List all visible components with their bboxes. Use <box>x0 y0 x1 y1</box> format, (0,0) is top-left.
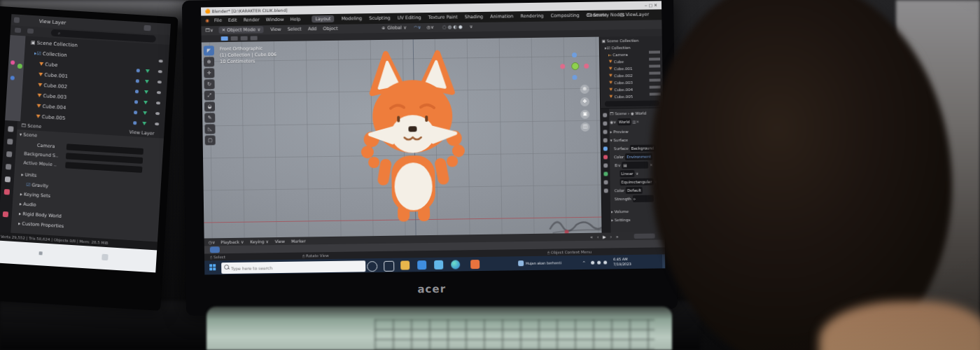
eye-icon[interactable] <box>156 102 160 104</box>
colorspace-value[interactable]: Default <box>626 187 643 194</box>
constraints-tab-icon[interactable] <box>604 188 608 192</box>
frame-field[interactable] <box>634 234 655 239</box>
outliner-item-cube004[interactable]: Cube.004 <box>609 86 633 93</box>
start-button[interactable] <box>209 264 216 271</box>
mesh-data-icon[interactable] <box>142 122 146 125</box>
eye-icon[interactable] <box>155 112 160 115</box>
pan-view-icon[interactable]: ✥ <box>580 97 589 106</box>
show-desktop-button[interactable] <box>662 254 665 268</box>
scene-selector[interactable]: 🗔 Scene <box>587 10 608 20</box>
section-gravity[interactable]: ☑ Gravity <box>26 181 48 190</box>
tab-shading[interactable]: Shading <box>465 14 484 20</box>
outliner-item-cube002[interactable]: Cube.002 <box>608 72 632 79</box>
camera-view-icon[interactable]: ▣ <box>580 110 589 119</box>
tab-texture-paint[interactable]: Texture Paint <box>428 14 458 20</box>
scene-panel-header[interactable]: ▾ Scene <box>20 130 38 140</box>
eye-icon[interactable] <box>158 70 162 73</box>
world-tab-icon[interactable] <box>603 146 608 150</box>
timeline-playback-menu[interactable]: Playback ∨ <box>220 239 244 244</box>
tab-compositing[interactable]: Compositing <box>551 13 580 19</box>
blender-logo-icon[interactable]: ◉ <box>205 18 209 23</box>
timeline-view-menu[interactable]: View <box>275 239 285 244</box>
section-units[interactable]: ▸ Units <box>21 170 37 179</box>
active-movie-field[interactable] <box>65 162 142 173</box>
section-keying-sets[interactable]: ▸ Keying Sets <box>20 190 50 200</box>
gizmo-y-dot[interactable] <box>571 62 579 70</box>
store-icon[interactable] <box>417 260 426 270</box>
modifier-wrench-icon[interactable] <box>134 100 138 104</box>
mesh-data-icon[interactable] <box>143 111 147 115</box>
mode-dropdown[interactable]: ✕ Object Mode ∨ <box>219 26 263 34</box>
tab-uv-editing[interactable]: UV Editing <box>398 15 421 20</box>
shading-mode-toggles[interactable]: ◌◍◐● <box>442 24 464 29</box>
taskbar-search-input[interactable] <box>221 260 365 274</box>
taskbar-icon[interactable] <box>38 251 42 255</box>
viewlayer-tab-icon[interactable] <box>603 138 608 142</box>
new-collection-icon[interactable] <box>27 29 34 34</box>
tool-tab-icon[interactable] <box>603 113 607 117</box>
menu-select[interactable]: Select <box>288 27 302 32</box>
collection-filter-icon[interactable] <box>15 27 21 33</box>
tool-option-icon[interactable] <box>221 36 228 41</box>
tray-caret[interactable]: ^ <box>582 260 585 274</box>
gizmo-x-dot[interactable] <box>10 60 15 64</box>
menu-file[interactable]: File <box>214 18 222 23</box>
zoom-view-icon[interactable]: ⊕ <box>580 85 589 94</box>
viewlayer-tab-icon[interactable] <box>6 164 11 169</box>
visibility-toggle-column[interactable] <box>649 50 661 99</box>
mesh-data-icon[interactable] <box>146 69 150 73</box>
modifier-wrench-icon[interactable] <box>134 111 137 114</box>
eye-icon[interactable] <box>157 91 161 94</box>
timeline-marker-menu[interactable]: Marker <box>291 238 306 243</box>
menu-window[interactable]: Window <box>266 17 284 22</box>
menu-add[interactable]: Add <box>308 26 317 31</box>
outliner-item-cube003[interactable]: Cube.003 <box>609 79 633 86</box>
section-custom-props[interactable]: ▸ Custom Properties <box>18 219 64 230</box>
eye-icon[interactable] <box>155 122 159 125</box>
gizmo-z-dot[interactable] <box>10 76 15 80</box>
tool-cursor[interactable]: ⊕ <box>204 57 214 66</box>
tool-move[interactable]: ✛ <box>204 68 214 78</box>
modifier-wrench-icon[interactable] <box>136 79 139 83</box>
material-tab-icon[interactable] <box>603 155 608 159</box>
texture-tab-icon[interactable] <box>3 211 8 217</box>
gizmo-x-dot[interactable] <box>584 64 589 69</box>
output-tab-icon[interactable] <box>6 151 12 157</box>
tray-volume-icon[interactable] <box>597 261 601 265</box>
mesh-data-icon[interactable] <box>144 101 148 104</box>
snap-magnet-icon[interactable]: ◠∨ <box>414 24 421 30</box>
tool-option-icon[interactable] <box>251 36 258 40</box>
tool-option-icon[interactable] <box>231 36 238 41</box>
tab-sculpting[interactable]: Sculpting <box>369 15 390 21</box>
editor-type-icon[interactable] <box>14 17 20 22</box>
breadcrumb-viewlayer[interactable]: View Layer <box>129 128 154 138</box>
outliner-item-cube005[interactable]: Cube.005 <box>609 93 633 100</box>
tray-network-icon[interactable] <box>591 261 594 265</box>
menu-view[interactable]: View <box>270 27 281 32</box>
tool-rotate[interactable]: ↻ <box>204 79 214 89</box>
modifier-tab-icon[interactable] <box>603 172 608 176</box>
collection-row[interactable]: ▸☑ Collection <box>605 44 631 52</box>
eye-icon[interactable] <box>158 80 162 83</box>
modifier-wrench-icon[interactable] <box>135 90 139 93</box>
menu-render[interactable]: Render <box>244 17 260 22</box>
breadcrumb-scene[interactable]: Scene <box>27 123 41 130</box>
blender-taskbar-icon[interactable] <box>470 260 479 269</box>
overlays-dropdown-icon[interactable]: ∨ <box>470 24 473 29</box>
editor-type-dropdown[interactable]: 🗖∨ <box>205 27 213 33</box>
mesh-data-icon[interactable] <box>145 80 149 83</box>
scene-tab-icon[interactable] <box>5 176 10 182</box>
output-tab-icon[interactable] <box>603 130 608 134</box>
render-tab-icon[interactable] <box>603 121 607 125</box>
eye-icon[interactable] <box>159 59 163 62</box>
tab-modeling[interactable]: Modeling <box>342 15 363 21</box>
proportional-edit-icon[interactable]: ◎∨ <box>426 24 434 30</box>
timeline-editor-icon[interactable]: ◷∨ <box>209 239 216 244</box>
tool-select-box[interactable]: ◤ <box>204 46 214 55</box>
orientation-dropdown[interactable]: 🜨 Global ∨ <box>382 24 407 31</box>
outliner-item-cube[interactable]: Cube <box>608 58 624 65</box>
world-name-field[interactable]: World <box>617 118 631 125</box>
mesh-data-icon[interactable] <box>144 90 148 94</box>
tab-animation[interactable]: Animation <box>490 13 513 19</box>
filter-icon[interactable] <box>144 25 150 31</box>
